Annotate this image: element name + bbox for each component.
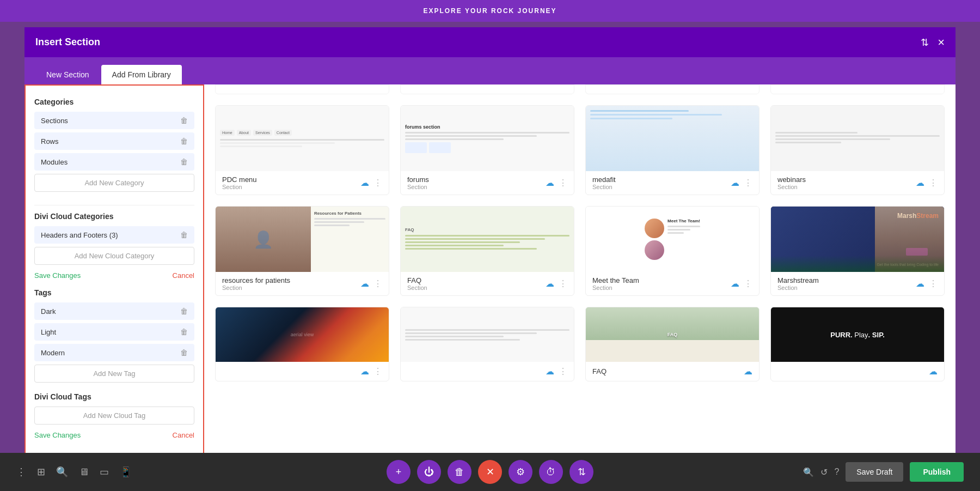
more-icon-meet-team[interactable]: ⋮	[744, 278, 752, 289]
more-icon-pdc[interactable]: ⋮	[373, 178, 382, 188]
add-new-category-btn[interactable]: Add New Category	[34, 174, 194, 192]
cloud-icon-resources: ☁	[360, 278, 369, 289]
aerial-preview: aerial view	[216, 307, 389, 362]
save-draft-btn[interactable]: Save Draft	[846, 462, 903, 482]
sidebar: Categories Sections 🗑 Rows 🗑 Modules 🗑 A…	[24, 84, 204, 491]
sidebar-item-light[interactable]: Light 🗑	[34, 323, 194, 341]
card-forums[interactable]: forums section	[400, 105, 574, 195]
tab-add-from-library[interactable]: Add From Library	[101, 65, 182, 84]
tags-title: Tags	[34, 288, 194, 297]
card-cat-faq[interactable]: FAQ FAQ ☁	[585, 307, 759, 381]
modal-tabs: New Section Add From Library	[24, 57, 955, 84]
sort-toolbar-btn[interactable]: ⇅	[569, 460, 593, 484]
cancel-btn[interactable]: Cancel	[173, 271, 194, 280]
toolbar-right: 🔍 ↺ ? Save Draft Publish	[803, 462, 964, 482]
add-section-btn[interactable]: +	[387, 460, 411, 484]
card-actions-aerial: ☁ ⋮	[360, 366, 382, 377]
more-icon-aerial[interactable]: ⋮	[373, 366, 382, 377]
history-btn[interactable]: ⏱	[539, 460, 563, 484]
cloud-icon-pdc: ☁	[360, 178, 369, 188]
card-marshstream[interactable]: MarshStream Get the tools that bring Cod…	[770, 206, 945, 296]
card-actions-meet-team: ☁ ⋮	[731, 278, 752, 289]
trash-btn[interactable]: 🗑	[448, 460, 471, 484]
card-info-pdc: PDC menu Section ☁ ⋮	[216, 171, 389, 195]
search-right-icon[interactable]: 🔍	[803, 467, 814, 477]
sidebar-item-modules[interactable]: Modules 🗑	[34, 153, 194, 171]
cat-faq-preview: FAQ	[586, 307, 759, 362]
phone-icon[interactable]: 📱	[120, 466, 132, 478]
card-webinars[interactable]: webinars Section ☁ ⋮	[770, 105, 945, 195]
save-changes-btn-2[interactable]: Save Changes	[34, 431, 81, 439]
team-avatar-2	[645, 240, 664, 260]
card-type-pdc: Section	[222, 184, 257, 190]
dots-menu-icon[interactable]: ⋮	[16, 466, 26, 478]
cloud-icon-forums: ☁	[546, 178, 554, 188]
add-new-tag-btn[interactable]: Add New Tag	[34, 365, 194, 383]
bottom-toolbar: ⋮ ⊞ 🔍 🖥 ▭ 📱 + ⏻ 🗑 ✕ ⚙ ⏱ ⇅ 🔍 ↺ ? Save Dra…	[0, 453, 980, 491]
cloud-icon-aerial: ☁	[360, 366, 369, 377]
modal-title: Insert Section	[35, 37, 100, 48]
monitor-icon[interactable]: 🖥	[79, 466, 89, 478]
more-icon-text-lines[interactable]: ⋮	[559, 366, 567, 377]
grid-layout-icon[interactable]: ⊞	[37, 466, 45, 478]
sort-icon-btn[interactable]: ⇅	[921, 37, 929, 49]
sidebar-item-rows[interactable]: Rows 🗑	[34, 132, 194, 150]
delete-rows-icon[interactable]: 🗑	[180, 137, 188, 146]
card-aerial[interactable]: aerial view ☁ ⋮	[215, 307, 389, 381]
search-toolbar-icon[interactable]: 🔍	[56, 466, 68, 478]
medafit-preview	[586, 106, 759, 171]
publish-btn[interactable]: Publish	[910, 462, 964, 482]
more-icon-marshstream[interactable]: ⋮	[929, 278, 938, 289]
power-btn[interactable]: ⏻	[417, 460, 441, 484]
grid-row-1: Home About Services Contact	[215, 105, 945, 195]
tablet-icon[interactable]: ▭	[100, 466, 109, 478]
card-info-forums: forums Section ☁ ⋮	[401, 171, 574, 195]
marsh-preview: MarshStream Get the tools that bring Cod…	[771, 207, 944, 272]
more-icon-forums[interactable]: ⋮	[559, 178, 567, 188]
card-medafit[interactable]: medafit Section ☁ ⋮	[585, 105, 759, 195]
more-icon-faq[interactable]: ⋮	[559, 278, 567, 289]
delete-light-icon[interactable]: 🗑	[180, 328, 188, 336]
delete-modern-icon[interactable]: 🗑	[180, 348, 188, 357]
add-cloud-tag-btn[interactable]: Add New Cloud Tag	[34, 407, 194, 425]
more-icon-webinars[interactable]: ⋮	[929, 178, 938, 188]
webinars-preview	[771, 128, 944, 149]
grid-area: Home About Services Contact	[204, 84, 955, 491]
card-actions-purr: ☁	[929, 366, 938, 377]
save-cancel-row-1: Save Changes Cancel	[34, 271, 194, 280]
pdc-preview: Home About Services Contact	[216, 125, 389, 151]
card-text-lines[interactable]: ☁ ⋮	[400, 307, 574, 381]
more-icon-medafit[interactable]: ⋮	[744, 178, 752, 188]
card-info-marshstream: Marshstream Section ☁ ⋮	[771, 272, 944, 295]
sidebar-item-modern[interactable]: Modern 🗑	[34, 344, 194, 361]
card-faq[interactable]: FAQ FAQ	[400, 206, 574, 296]
delete-dark-icon[interactable]: 🗑	[180, 307, 188, 316]
delete-headers-icon[interactable]: 🗑	[180, 231, 188, 239]
sidebar-item-sections[interactable]: Sections 🗑	[34, 112, 194, 129]
top-bar-text: EXPLORE YOUR ROCK JOURNEY	[423, 7, 556, 15]
card-meet-team[interactable]: Meet The Team! Meet the Team	[585, 206, 759, 296]
delete-sections-icon[interactable]: 🗑	[180, 116, 188, 125]
card-name-faq: FAQ	[407, 276, 427, 284]
cancel-btn-2[interactable]: Cancel	[173, 431, 194, 439]
delete-modules-icon[interactable]: 🗑	[180, 157, 188, 166]
card-info-webinars: webinars Section ☁ ⋮	[771, 171, 944, 195]
more-icon-resources[interactable]: ⋮	[373, 278, 382, 289]
add-cloud-category-btn[interactable]: Add New Cloud Category	[34, 247, 194, 265]
card-resources[interactable]: 👤 Resources for Patients	[215, 206, 389, 296]
sidebar-item-dark[interactable]: Dark 🗑	[34, 302, 194, 320]
sidebar-item-headers-footers[interactable]: Headers and Footers (3) 🗑	[34, 226, 194, 244]
close-x-btn[interactable]: ✕	[478, 460, 502, 484]
card-info-medafit: medafit Section ☁ ⋮	[586, 171, 759, 195]
card-purr[interactable]: PURR. Play. SIP. ☁	[770, 307, 945, 381]
share-icon[interactable]: ↺	[820, 467, 828, 477]
modal-header: Insert Section ⇅ ×	[24, 27, 955, 57]
tab-new-section[interactable]: New Section	[35, 65, 100, 84]
gear-btn[interactable]: ⚙	[509, 460, 532, 484]
save-changes-btn[interactable]: Save Changes	[34, 271, 81, 280]
close-modal-btn[interactable]: ×	[938, 35, 945, 50]
card-actions-text-lines: ☁ ⋮	[546, 366, 567, 377]
categories-title: Categories	[34, 98, 194, 106]
card-pdc-menu[interactable]: Home About Services Contact	[215, 105, 389, 195]
help-icon[interactable]: ?	[834, 467, 839, 477]
